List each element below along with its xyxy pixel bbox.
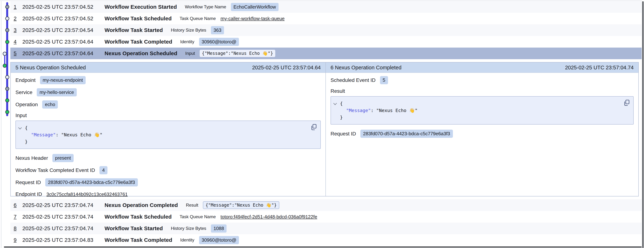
event-timestamp: 2025-02-25 UTC 23:57:04.52 bbox=[22, 4, 104, 10]
event-row-8[interactable]: 82025-02-25 UTC 23:57:04.74Workflow Task… bbox=[10, 223, 642, 234]
event-name: Workflow Execution Started bbox=[104, 4, 177, 10]
detail-field-label: Operation bbox=[16, 102, 38, 107]
event-id-link[interactable]: 8 bbox=[14, 226, 22, 232]
timeline-node-event-1[interactable] bbox=[5, 5, 9, 9]
event-attr-value: 30960@totoro@ bbox=[199, 38, 239, 46]
timeline-node-event-6[interactable] bbox=[5, 75, 9, 79]
event-id-link[interactable]: 4 bbox=[14, 39, 22, 45]
detail-field-link[interactable]: 3c0c75ccfa8144b092c13ce632463761 bbox=[46, 192, 128, 197]
event-name: Nexus Operation Completed bbox=[104, 202, 178, 208]
event-attr-label: Input bbox=[185, 51, 195, 56]
event-timestamp: 2025-02-25 UTC 23:57:04.74 bbox=[22, 225, 104, 232]
timeline-node-event-5[interactable] bbox=[3, 52, 7, 56]
event-name: Workflow Task Started bbox=[104, 27, 163, 33]
event-row-3[interactable]: 32025-02-25 UTC 23:57:04.54Workflow Task… bbox=[10, 24, 642, 36]
panel-header: 6 Nexus Operation Completed 2025-02-25 U… bbox=[326, 62, 638, 73]
copy-icon[interactable] bbox=[310, 123, 317, 131]
event-attr-label: History Size Bytes bbox=[171, 226, 206, 231]
detail-field: Operationecho bbox=[16, 100, 321, 109]
event-row-1[interactable]: 12025-02-25 UTC 23:57:04.52Workflow Exec… bbox=[10, 1, 642, 13]
event-id-link[interactable]: 7 bbox=[14, 214, 22, 220]
detail-field-value: 283fd070-d57a-4423-bdca-c5c779e6a3f3 bbox=[360, 130, 453, 138]
event-row-4[interactable]: 42025-02-25 UTC 23:57:04.64Workflow Task… bbox=[10, 36, 642, 47]
json-line-open: { bbox=[20, 125, 317, 131]
panel-body: Endpointmy-nexus-endpointServicemy-hello… bbox=[11, 73, 326, 205]
panel-nexus-operation-scheduled: 5 Nexus Operation Scheduled 2025-02-25 U… bbox=[11, 62, 326, 196]
json-key: "Message" bbox=[346, 108, 371, 113]
json-key: "Message" bbox=[31, 132, 56, 137]
detail-field-value: 5 bbox=[380, 76, 388, 84]
timeline-node-event-4[interactable] bbox=[5, 40, 9, 44]
event-timeline bbox=[0, 0, 10, 127]
detail-field: Nexus Headerpresent bbox=[16, 154, 321, 162]
timeline-node-event-3[interactable] bbox=[5, 28, 9, 32]
event-name: Workflow Task Scheduled bbox=[104, 15, 172, 22]
event-name: Workflow Task Started bbox=[104, 225, 163, 232]
detail-field-value: 283fd070-d57a-4423-bdca-c5c779e6a3f3 bbox=[45, 178, 138, 187]
event-attr-value[interactable]: my-caller-workflow-task-queue bbox=[220, 16, 285, 21]
event-name: Workflow Task Completed bbox=[104, 237, 172, 243]
timeline-node-event-2[interactable] bbox=[5, 16, 9, 20]
detail-field: Workflow Task Completed Event ID4 bbox=[16, 166, 321, 174]
detail-field: Endpoint ID3c0c75ccfa8144b092c13ce632463… bbox=[16, 191, 321, 198]
section-end-divider bbox=[4, 247, 642, 248]
timeline-node-event-6[interactable] bbox=[3, 64, 7, 68]
timeline-node-event-9[interactable] bbox=[5, 110, 9, 114]
payload-label: Result bbox=[330, 88, 634, 94]
event-timestamp: 2025-02-25 UTC 23:57:04.64 bbox=[22, 39, 104, 45]
event-attr-value: {"Message":"Nexus Echo 👋"} bbox=[203, 201, 279, 209]
panel-body: Scheduled Event ID5Result{"Message": "Ne… bbox=[326, 73, 638, 196]
event-row-9[interactable]: 92025-02-25 UTC 23:57:04.83Workflow Task… bbox=[10, 234, 642, 246]
event-row-2[interactable]: 22025-02-25 UTC 23:57:04.52Workflow Task… bbox=[10, 13, 642, 24]
event-detail-panels: 5 Nexus Operation Scheduled 2025-02-25 U… bbox=[10, 62, 639, 197]
event-attr-label: Task Queue Name bbox=[180, 16, 216, 21]
detail-field-label: Endpoint bbox=[16, 77, 36, 83]
event-timestamp: 2025-02-25 UTC 23:57:04.64 bbox=[22, 50, 104, 56]
detail-field-value: my-nexus-endpoint bbox=[40, 76, 86, 84]
event-attr-label: History Size Bytes bbox=[171, 27, 206, 33]
json-line-open: { bbox=[334, 100, 630, 107]
event-row-5[interactable]: 52025-02-25 UTC 23:57:04.64Nexus Operati… bbox=[10, 47, 642, 59]
event-id-link[interactable]: 1 bbox=[14, 4, 22, 10]
detail-field-label: Nexus Header bbox=[16, 155, 48, 161]
event-name: Nexus Operation Scheduled bbox=[104, 50, 177, 56]
copy-icon[interactable] bbox=[624, 99, 630, 106]
event-attr-label: Task Queue Name bbox=[180, 214, 216, 219]
event-timestamp: 2025-02-25 UTC 23:57:04.83 bbox=[22, 237, 104, 243]
timeline-node-event-8[interactable] bbox=[5, 98, 9, 102]
panel-header: 5 Nexus Operation Scheduled 2025-02-25 U… bbox=[11, 62, 326, 73]
timeline-node-event-7[interactable] bbox=[5, 87, 9, 91]
event-attr-value[interactable]: totoro:f494fecf-2d51-4d48-bdcd-036a0f912… bbox=[220, 214, 317, 220]
event-id-link[interactable]: 9 bbox=[14, 237, 22, 243]
event-attr-value: {"Message":"Nexus Echo 👋"} bbox=[200, 50, 275, 57]
event-attr-value: EchoCallerWorkflow bbox=[231, 3, 278, 11]
event-timestamp: 2025-02-25 UTC 23:57:04.52 bbox=[22, 15, 104, 22]
event-id-link[interactable]: 3 bbox=[14, 27, 22, 33]
detail-field-value: my-hello-service bbox=[37, 88, 76, 96]
detail-field: Servicemy-hello-service bbox=[16, 88, 321, 96]
detail-field-value: present bbox=[52, 154, 74, 162]
event-attr-label: Result bbox=[186, 203, 198, 208]
detail-field: Request ID283fd070-d57a-4423-bdca-c5c779… bbox=[330, 130, 634, 138]
event-rows-bottom: 62025-02-25 UTC 23:57:04.74Nexus Operati… bbox=[10, 199, 642, 246]
panel-timestamp: 2025-02-25 UTC 23:57:04.64 bbox=[252, 65, 321, 71]
vertical-scrollbar[interactable] bbox=[642, 0, 644, 248]
detail-field: Endpointmy-nexus-endpoint bbox=[16, 76, 321, 84]
event-row-7[interactable]: 72025-02-25 UTC 23:57:04.74Workflow Task… bbox=[10, 211, 642, 223]
detail-field-label: Request ID bbox=[330, 131, 356, 137]
top-divider bbox=[0, 0, 642, 1]
json-line-close: } bbox=[334, 114, 630, 121]
event-timestamp: 2025-02-25 UTC 23:57:04.74 bbox=[22, 214, 104, 220]
event-row-6[interactable]: 62025-02-25 UTC 23:57:04.74Nexus Operati… bbox=[10, 199, 642, 211]
panel-title: 6 Nexus Operation Completed bbox=[330, 65, 402, 71]
event-id-link[interactable]: 2 bbox=[14, 16, 22, 22]
event-name: Workflow Task Scheduled bbox=[104, 214, 172, 220]
detail-field-label: Endpoint ID bbox=[16, 191, 42, 197]
payload-label: Input bbox=[16, 113, 321, 118]
json-payload-viewer: {"Message": "Nexus Echo 👋"} bbox=[330, 96, 634, 125]
event-id-link[interactable]: 6 bbox=[14, 202, 22, 208]
scrollbar-thumb[interactable] bbox=[642, 1, 644, 248]
event-id-link[interactable]: 5 bbox=[14, 50, 22, 56]
json-line-message: "Message": "Nexus Echo 👋" bbox=[20, 131, 317, 138]
json-line-message: "Message": "Nexus Echo 👋" bbox=[334, 107, 630, 114]
